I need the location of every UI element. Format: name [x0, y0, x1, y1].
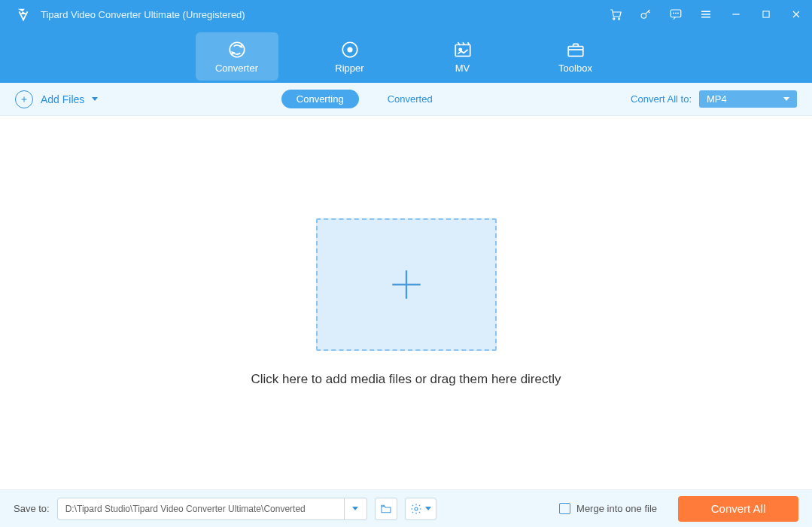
toolbar: Add Files Converting Converted Convert A… — [0, 83, 812, 116]
minimize-icon[interactable] — [729, 8, 743, 21]
nav-converter[interactable]: Converter — [196, 32, 278, 81]
merge-label: Merge into one file — [576, 503, 657, 514]
main-nav: Converter Ripper MV Toolbox — [0, 29, 812, 83]
svg-point-10 — [348, 47, 351, 51]
open-folder-button[interactable] — [375, 498, 397, 520]
status-tabs: Converting Converted — [98, 90, 631, 108]
convert-all-button[interactable]: Convert All — [678, 496, 798, 522]
close-icon[interactable] — [789, 8, 803, 21]
format-value: MP4 — [707, 93, 727, 105]
merge-checkbox[interactable]: Merge into one file — [559, 503, 657, 514]
app-logo-icon — [15, 6, 32, 23]
save-path-box — [57, 498, 367, 520]
add-files-label: Add Files — [41, 93, 84, 105]
save-path-dropdown[interactable] — [344, 498, 366, 519]
save-path-input[interactable] — [58, 498, 344, 519]
checkbox-icon — [559, 503, 570, 514]
tab-converting[interactable]: Converting — [281, 90, 359, 108]
svg-point-0 — [613, 18, 615, 20]
nav-mv[interactable]: MV — [421, 32, 504, 81]
footer: Save to: Merge into one file Convert All — [0, 489, 812, 527]
format-select[interactable]: MP4 — [699, 90, 797, 108]
titlebar-actions — [609, 8, 803, 21]
nav-label: Toolbox — [558, 62, 592, 74]
svg-point-14 — [415, 507, 418, 510]
key-icon[interactable] — [639, 8, 652, 21]
settings-button[interactable] — [405, 498, 436, 520]
svg-point-1 — [618, 18, 619, 20]
nav-label: Converter — [215, 62, 258, 74]
dropzone[interactable] — [316, 218, 497, 351]
chevron-down-icon — [783, 97, 789, 101]
plus-icon — [15, 90, 33, 108]
nav-ripper[interactable]: Ripper — [309, 32, 391, 81]
svg-point-5 — [676, 13, 677, 14]
nav-label: Ripper — [335, 62, 363, 74]
app-title: Tipard Video Converter Ultimate (Unregis… — [41, 9, 609, 20]
add-files-button[interactable]: Add Files — [15, 90, 98, 108]
svg-point-6 — [678, 13, 679, 14]
titlebar: Tipard Video Converter Ultimate (Unregis… — [0, 0, 812, 29]
main-area: Click here to add media files or drag th… — [0, 116, 812, 489]
save-to-label: Save to: — [14, 503, 50, 514]
svg-rect-11 — [455, 44, 470, 56]
nav-label: MV — [455, 62, 470, 74]
chevron-down-icon — [425, 507, 431, 510]
convert-all-to-label: Convert All to: — [631, 93, 692, 105]
svg-point-2 — [641, 14, 646, 19]
feedback-icon[interactable] — [669, 8, 683, 21]
drop-hint: Click here to add media files or drag th… — [251, 372, 561, 387]
convert-all-to: Convert All to: MP4 — [631, 90, 797, 108]
maximize-icon[interactable] — [759, 8, 773, 21]
svg-point-12 — [459, 48, 461, 50]
svg-point-4 — [674, 13, 674, 14]
cart-icon[interactable] — [609, 8, 622, 21]
menu-icon[interactable] — [699, 8, 713, 21]
svg-rect-7 — [763, 11, 769, 17]
svg-rect-13 — [568, 46, 583, 56]
nav-toolbox[interactable]: Toolbox — [534, 32, 617, 81]
chevron-down-icon — [92, 97, 98, 101]
tab-converted[interactable]: Converted — [373, 90, 448, 108]
